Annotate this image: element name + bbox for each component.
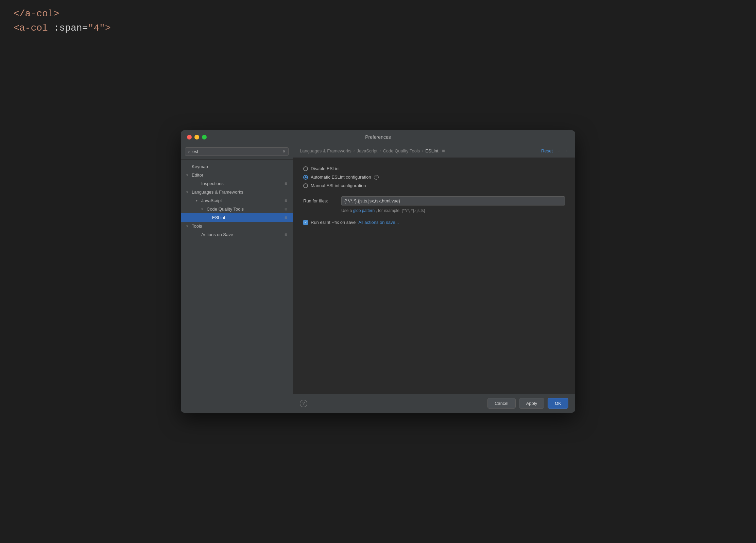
sidebar-item-eslint[interactable]: ESLint ⊞ xyxy=(181,213,293,222)
radio-manual-eslint[interactable]: Manual ESLint configuration xyxy=(303,183,565,188)
search-bar: ⌕ ✕ xyxy=(181,144,293,160)
ok-button[interactable]: OK xyxy=(548,398,568,409)
breadcrumb-item-1: JavaScript xyxy=(357,148,378,153)
breadcrumb-item-3: ESLint xyxy=(425,148,438,153)
sidebar-label-eslint: ESLint xyxy=(212,215,283,220)
preferences-dialog: Preferences ⌕ ✕ Keymap xyxy=(181,130,575,413)
maximize-button[interactable] xyxy=(202,135,207,139)
run-on-save-row[interactable]: Run eslint --fix on save All actions on … xyxy=(303,220,565,225)
sidebar-item-inspections[interactable]: Inspections ⊞ xyxy=(181,179,293,188)
radio-label-disable: Disable ESLint xyxy=(311,166,340,171)
radio-label-manual: Manual ESLint configuration xyxy=(311,183,366,188)
breadcrumb: Languages & Frameworks › JavaScript › Co… xyxy=(293,144,575,158)
breadcrumb-sep-0: › xyxy=(354,148,355,153)
expand-arrow-code-quality: ▾ xyxy=(201,207,205,211)
breadcrumb-item-0: Languages & Frameworks xyxy=(300,148,351,153)
sidebar-item-editor[interactable]: ▾ Editor xyxy=(181,171,293,179)
search-icon: ⌕ xyxy=(188,149,190,154)
sidebar-item-keymap[interactable]: Keymap xyxy=(181,162,293,171)
sidebar-item-languages[interactable]: ▾ Languages & Frameworks xyxy=(181,188,293,196)
radio-automatic-eslint[interactable]: Automatic ESLint configuration ? xyxy=(303,175,565,180)
expand-arrow-tools: ▾ xyxy=(186,224,190,228)
glob-hint-prefix: Use a xyxy=(341,208,352,213)
sidebar-item-tools[interactable]: ▾ Tools xyxy=(181,222,293,230)
settings-icon-code-quality: ⊞ xyxy=(285,207,287,211)
title-bar: Preferences xyxy=(181,130,575,144)
settings-icon-inspections: ⊞ xyxy=(285,182,287,185)
sidebar-label-languages: Languages & Frameworks xyxy=(192,190,287,195)
minimize-button[interactable] xyxy=(194,135,199,139)
settings-icon-eslint: ⊞ xyxy=(285,216,287,219)
apply-button[interactable]: Apply xyxy=(519,398,545,409)
search-wrapper: ⌕ ✕ xyxy=(185,147,289,156)
reset-button[interactable]: Reset xyxy=(541,148,553,153)
nav-forward-button[interactable]: → xyxy=(564,148,568,153)
sidebar-label-javascript: JavaScript xyxy=(201,198,283,203)
breadcrumb-nav: ← → xyxy=(557,148,568,153)
cancel-button[interactable]: Cancel xyxy=(487,398,515,409)
help-icon-automatic[interactable]: ? xyxy=(374,175,379,180)
settings-icon-javascript: ⊞ xyxy=(285,199,287,202)
sidebar-label-keymap: Keymap xyxy=(192,164,287,169)
nav-tree: Keymap ▾ Editor Inspections ⊞ ▾ Language… xyxy=(181,160,293,406)
glob-pattern-link[interactable]: glob pattern xyxy=(353,208,375,213)
right-panel: Languages & Frameworks › JavaScript › Co… xyxy=(293,144,575,413)
radio-disable-eslint[interactable]: Disable ESLint xyxy=(303,166,565,171)
breadcrumb-sep-1: › xyxy=(379,148,381,153)
dialog-title: Preferences xyxy=(365,134,391,140)
run-on-save-label: Run eslint --fix on save xyxy=(311,220,356,225)
breadcrumb-settings-icon: ⊞ xyxy=(442,149,445,153)
run-for-files-label: Run for files: xyxy=(303,198,337,203)
sidebar-item-code-quality[interactable]: ▾ Code Quality Tools ⊞ xyxy=(181,205,293,213)
sidebar-label-code-quality: Code Quality Tools xyxy=(207,207,283,212)
run-on-save-checkbox[interactable] xyxy=(303,220,308,225)
editor-line-1: </a-col> xyxy=(14,7,742,21)
breadcrumb-item-2: Code Quality Tools xyxy=(383,148,420,153)
expand-arrow-editor: ▾ xyxy=(186,173,190,177)
footer-buttons: Cancel Apply OK xyxy=(487,398,568,409)
search-clear-button[interactable]: ✕ xyxy=(282,149,286,154)
settings-icon-actions: ⊞ xyxy=(285,233,287,236)
nav-back-button[interactable]: ← xyxy=(557,148,562,153)
radio-btn-disable[interactable] xyxy=(303,166,308,171)
radio-btn-manual[interactable] xyxy=(303,183,308,188)
sidebar-label-actions: Actions on Save xyxy=(201,232,283,237)
all-actions-link[interactable]: All actions on save... xyxy=(358,220,399,225)
run-for-files-row: Run for files: xyxy=(303,196,565,205)
close-button[interactable] xyxy=(187,135,192,139)
sidebar-label-inspections: Inspections xyxy=(201,181,283,186)
breadcrumb-sep-2: › xyxy=(422,148,423,153)
run-for-files-input[interactable] xyxy=(341,196,565,205)
search-input[interactable] xyxy=(192,149,280,154)
dialog-footer: ? Cancel Apply OK xyxy=(293,394,575,413)
expand-arrow-javascript: ▾ xyxy=(196,199,200,202)
radio-btn-automatic[interactable] xyxy=(303,175,308,180)
glob-hint-suffix: , for example, {**/*, *}.{js,ts} xyxy=(376,208,425,213)
help-button[interactable]: ? xyxy=(300,400,307,407)
dialog-body: ⌕ ✕ Keymap ▾ Editor xyxy=(181,144,575,413)
sidebar-item-actions-on-save[interactable]: Actions on Save ⊞ xyxy=(181,230,293,239)
expand-arrow-languages: ▾ xyxy=(186,190,190,194)
sidebar-item-javascript[interactable]: ▾ JavaScript ⊞ xyxy=(181,196,293,205)
window-controls xyxy=(187,135,207,139)
sidebar-label-editor: Editor xyxy=(192,172,287,178)
sidebar-label-tools: Tools xyxy=(192,224,287,229)
sidebar: ⌕ ✕ Keymap ▾ Editor xyxy=(181,144,293,413)
editor-line-2: <a-col :span="4"> xyxy=(14,21,742,35)
eslint-config-radio-group: Disable ESLint Automatic ESLint configur… xyxy=(303,166,565,188)
glob-hint: Use a glob pattern , for example, {**/*,… xyxy=(341,208,565,213)
radio-label-automatic: Automatic ESLint configuration xyxy=(311,175,371,180)
panel-content: Disable ESLint Automatic ESLint configur… xyxy=(293,158,575,394)
